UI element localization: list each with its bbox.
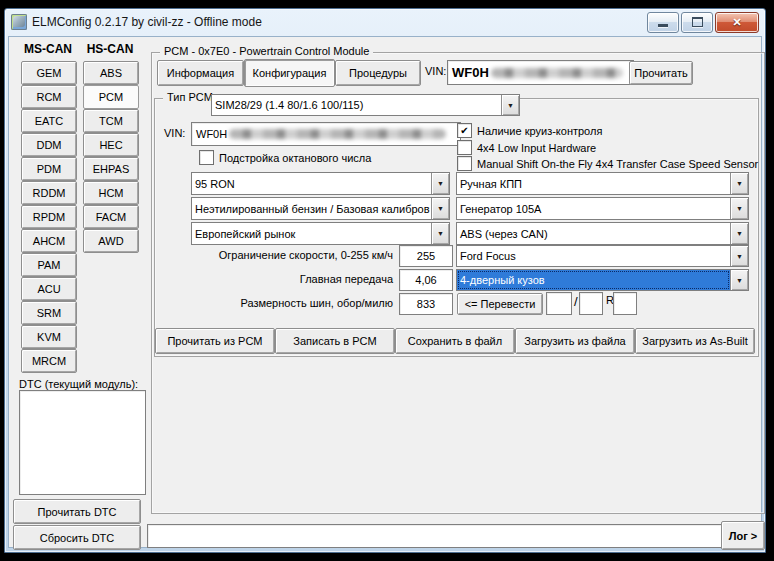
tab-configuration[interactable]: Конфигурация bbox=[244, 59, 335, 87]
manual-shift-checkbox[interactable]: Manual Shift On-the Fly 4x4 Transfer Cas… bbox=[457, 156, 758, 171]
sidebar-item-srm[interactable]: SRM bbox=[21, 301, 77, 325]
chevron-down-icon[interactable]: ▼ bbox=[431, 173, 449, 194]
maximize-icon bbox=[692, 17, 703, 27]
load-from-file-button[interactable]: Загрузить из файла bbox=[515, 328, 635, 354]
market-value: Европейский рынок bbox=[192, 223, 431, 244]
tire-revs-label: Размерность шин, обор/милю bbox=[159, 297, 393, 309]
sidebar-item-kvm[interactable]: KVM bbox=[21, 325, 77, 349]
chevron-down-icon[interactable]: ▼ bbox=[501, 95, 519, 115]
checkbox-icon[interactable]: ✔ bbox=[457, 123, 472, 138]
read-from-pcm-button[interactable]: Прочитать из PCM bbox=[155, 328, 275, 354]
final-drive-label: Главная передача bbox=[159, 273, 393, 285]
vin-redaction-blur bbox=[491, 68, 623, 78]
hs-can-header: HS-CAN bbox=[83, 42, 137, 56]
read-dtc-button[interactable]: Прочитать DTC bbox=[13, 499, 141, 524]
sidebar-item-awd[interactable]: AWD bbox=[83, 229, 139, 253]
speed-limit-label: Ограничение скорости, 0-255 км/ч bbox=[159, 249, 393, 261]
tire-aspect-field[interactable] bbox=[579, 292, 603, 315]
manual-shift-label: Manual Shift On-the Fly 4x4 Transfer Cas… bbox=[477, 158, 758, 170]
sidebar-item-pdm[interactable]: PDM bbox=[21, 157, 77, 181]
convert-button[interactable]: <= Перевести bbox=[457, 293, 543, 315]
transmission-combo[interactable]: Ручная КПП ▼ bbox=[456, 172, 749, 195]
transmission-value: Ручная КПП bbox=[457, 173, 730, 194]
sidebar-item-facm[interactable]: FACM bbox=[83, 205, 139, 229]
sidebar-item-rcm[interactable]: RCM bbox=[21, 85, 77, 109]
checkbox-icon[interactable] bbox=[457, 140, 472, 155]
abs-combo[interactable]: ABS (через CAN) ▼ bbox=[456, 222, 749, 245]
chevron-down-icon[interactable]: ▼ bbox=[730, 223, 748, 244]
sidebar-item-abs[interactable]: ABS bbox=[83, 61, 139, 85]
sidebar-item-ddm[interactable]: DDM bbox=[21, 133, 77, 157]
sidebar-item-pam[interactable]: PAM bbox=[21, 253, 77, 277]
dtc-list[interactable] bbox=[19, 390, 146, 495]
maximize-button[interactable] bbox=[681, 12, 713, 33]
cruise-control-label: Наличие круиз-контроля bbox=[477, 125, 602, 137]
final-drive-value: 4,06 bbox=[415, 274, 436, 286]
slash-label: / bbox=[574, 294, 578, 309]
close-icon: ✕ bbox=[732, 17, 741, 28]
chevron-down-icon[interactable]: ▼ bbox=[431, 198, 449, 219]
abs-value: ABS (через CAN) bbox=[457, 223, 730, 244]
vehicle-model-value: Ford Focus bbox=[457, 246, 730, 266]
market-combo[interactable]: Европейский рынок ▼ bbox=[191, 222, 450, 245]
body-style-value: 4-дверный кузов bbox=[457, 270, 730, 290]
sidebar-item-tcm[interactable]: TCM bbox=[83, 109, 139, 133]
app-window: ELMConfig 0.2.17 by civil-zz - Offline m… bbox=[4, 8, 766, 553]
sidebar-item-pcm[interactable]: PCM bbox=[83, 85, 139, 109]
checkbox-icon[interactable] bbox=[457, 156, 472, 171]
sidebar-item-eatc[interactable]: EATC bbox=[21, 109, 77, 133]
fuel-ron-combo[interactable]: 95 RON ▼ bbox=[191, 172, 450, 195]
vin-config-value: WF0H bbox=[196, 128, 227, 140]
sidebar-item-acu[interactable]: ACU bbox=[21, 277, 77, 301]
fuel-ron-value: 95 RON bbox=[192, 173, 431, 194]
vin-redaction-blur bbox=[229, 129, 446, 139]
octane-adjust-checkbox[interactable]: Подстройка октанового числа bbox=[199, 150, 371, 165]
checkbox-icon[interactable] bbox=[199, 150, 214, 165]
rim-size-field[interactable] bbox=[613, 292, 637, 315]
sidebar-item-hec[interactable]: HEC bbox=[83, 133, 139, 157]
sidebar-item-hcm[interactable]: HCM bbox=[83, 181, 139, 205]
body-style-combo[interactable]: 4-дверный кузов ▼ bbox=[456, 269, 749, 291]
load-as-built-button[interactable]: Загрузить из As-Built bbox=[635, 328, 755, 354]
sidebar-item-mrcm[interactable]: MRCM bbox=[21, 349, 77, 373]
generator-combo[interactable]: Генератор 105A ▼ bbox=[456, 197, 749, 220]
4x4-low-input-checkbox[interactable]: 4x4 Low Input Hardware bbox=[457, 140, 596, 155]
octane-adjust-label: Подстройка октанового числа bbox=[219, 152, 371, 164]
chevron-down-icon[interactable]: ▼ bbox=[730, 270, 748, 290]
tab-procedures[interactable]: Процедуры bbox=[335, 60, 421, 86]
read-vin-button[interactable]: Прочитать bbox=[629, 61, 693, 85]
write-to-pcm-button[interactable]: Записать в PCM bbox=[275, 328, 395, 354]
vehicle-model-combo[interactable]: Ford Focus ▼ bbox=[456, 245, 749, 267]
close-button[interactable]: ✕ bbox=[715, 12, 759, 33]
sidebar-item-gem[interactable]: GEM bbox=[21, 61, 77, 85]
sidebar-item-ahcm[interactable]: AHCM bbox=[21, 229, 77, 253]
vin-config-field[interactable]: WF0H bbox=[191, 122, 461, 146]
speed-limit-field[interactable]: 255 bbox=[399, 245, 453, 267]
chevron-down-icon[interactable]: ▼ bbox=[730, 246, 748, 266]
chevron-down-icon[interactable]: ▼ bbox=[730, 173, 748, 194]
tab-information[interactable]: Информация bbox=[157, 60, 244, 86]
final-drive-field[interactable]: 4,06 bbox=[399, 269, 453, 291]
log-button[interactable]: Лог > bbox=[721, 521, 765, 550]
tire-revs-value: 833 bbox=[417, 298, 435, 310]
vin-header-field[interactable]: WF0H bbox=[447, 60, 634, 85]
window-title: ELMConfig 0.2.17 by civil-zz - Offline m… bbox=[32, 15, 262, 29]
minimize-button[interactable] bbox=[647, 12, 679, 33]
sidebar-item-rddm[interactable]: RDDM bbox=[21, 181, 77, 205]
tire-width-field[interactable] bbox=[546, 292, 572, 315]
fuel-calibration-combo[interactable]: Неэтилированный бензин / Базовая калибро… bbox=[191, 197, 450, 220]
title-bar: ELMConfig 0.2.17 by civil-zz - Offline m… bbox=[5, 9, 765, 35]
generator-value: Генератор 105A bbox=[457, 198, 730, 219]
tire-revs-field[interactable]: 833 bbox=[399, 293, 453, 315]
clear-dtc-button[interactable]: Сбросить DTC bbox=[13, 525, 141, 550]
save-to-file-button[interactable]: Сохранить в файл bbox=[395, 328, 515, 354]
status-field[interactable] bbox=[147, 524, 727, 548]
dtc-label: DTC (текущий модуль): bbox=[19, 378, 138, 390]
cruise-control-checkbox[interactable]: ✔ Наличие круиз-контроля bbox=[457, 123, 602, 138]
chevron-down-icon[interactable]: ▼ bbox=[431, 223, 449, 244]
sidebar-item-rpdm[interactable]: RPDM bbox=[21, 205, 77, 229]
chevron-down-icon[interactable]: ▼ bbox=[730, 198, 748, 219]
4x4-low-input-label: 4x4 Low Input Hardware bbox=[477, 142, 596, 154]
sidebar-item-ehpas[interactable]: EHPAS bbox=[83, 157, 139, 181]
pcm-type-combo[interactable]: SIM28/29 (1.4 80/1.6 100/115) ▼ bbox=[211, 94, 520, 116]
